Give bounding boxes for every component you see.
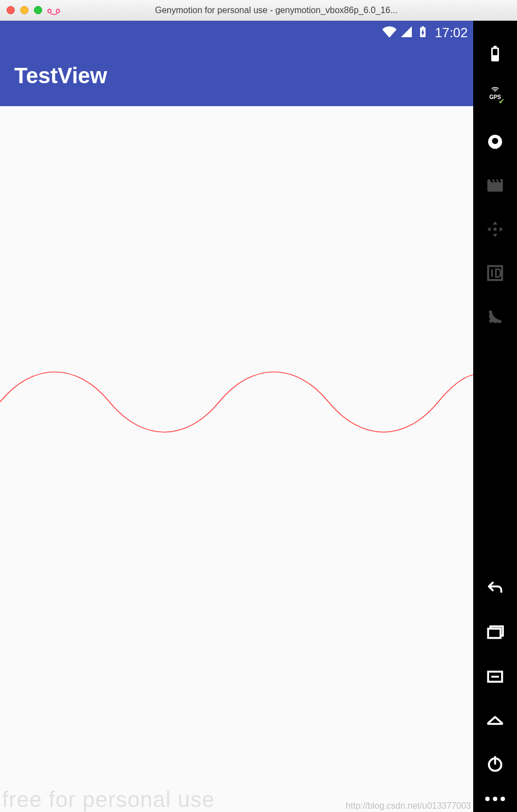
gps-widget-icon[interactable]: GPS ✔ [488, 85, 502, 110]
network-widget-icon[interactable] [484, 306, 506, 328]
sine-wave [0, 358, 473, 478]
wifi-icon [382, 25, 397, 41]
watermark-blog-url: http://blog.csdn.net/u013377003 [346, 801, 471, 811]
device-screen[interactable]: 17:02 TestView free for personal use htt… [0, 21, 473, 812]
more-options-button[interactable] [485, 797, 505, 801]
mac-titlebar: o‿o Genymotion for personal use - genymo… [0, 0, 517, 21]
svg-point-4 [493, 228, 497, 231]
svg-point-2 [492, 138, 498, 144]
power-button[interactable] [484, 753, 506, 775]
window-title: Genymotion for personal use - genymotion… [64, 5, 510, 15]
app-title: TestView [14, 63, 107, 88]
screencast-widget-icon[interactable] [484, 175, 506, 196]
android-app-bar: TestView [0, 45, 473, 106]
recent-apps-button[interactable] [484, 622, 506, 643]
camera-widget-icon[interactable] [484, 131, 506, 153]
home-button[interactable] [484, 709, 506, 731]
android-status-bar: 17:02 [0, 21, 473, 45]
gps-enabled-check-icon: ✔ [498, 97, 505, 106]
svg-rect-0 [493, 49, 498, 55]
watermark-personal-use: free for personal use [2, 787, 215, 812]
status-time: 17:02 [435, 25, 468, 40]
maximize-window-button[interactable] [34, 6, 42, 14]
menu-button[interactable] [484, 665, 506, 687]
svg-rect-3 [493, 147, 498, 149]
identifiers-widget-icon[interactable] [484, 262, 506, 284]
minimize-window-button[interactable] [20, 6, 28, 14]
cellular-icon [400, 25, 413, 40]
app-content [0, 106, 473, 812]
genymotion-toolbar: GPS ✔ [473, 21, 517, 812]
dpad-widget-icon[interactable] [484, 218, 506, 240]
traffic-lights [7, 6, 42, 14]
genymotion-app-icon: o‿o [48, 5, 59, 16]
back-button[interactable] [484, 578, 506, 600]
battery-widget-icon[interactable] [484, 43, 506, 65]
emulator-frame: 17:02 TestView free for personal use htt… [0, 21, 517, 812]
close-window-button[interactable] [7, 6, 15, 14]
svg-rect-6 [488, 629, 501, 638]
battery-charging-icon [416, 25, 429, 40]
